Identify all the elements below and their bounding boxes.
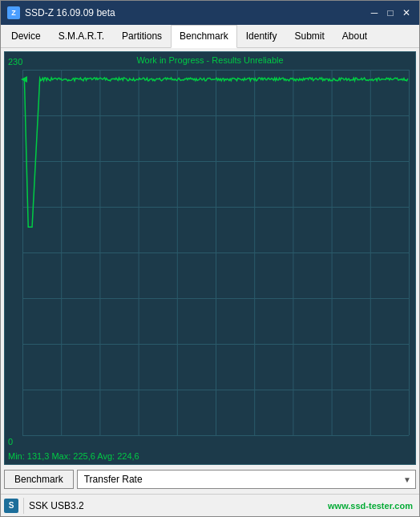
transfer-type-dropdown[interactable]: Transfer Rate Access Time IOPS [77, 470, 416, 489]
titlebar-left: Z SSD-Z 16.09.09 beta [7, 6, 115, 19]
status-url: www.ssd-tester.com [328, 501, 416, 511]
menu-identify[interactable]: Identify [237, 25, 286, 47]
titlebar-controls: ─ □ ✕ [368, 6, 413, 19]
menu-about[interactable]: About [333, 25, 376, 47]
main-window: Z SSD-Z 16.09.09 beta ─ □ ✕ Device S.M.A… [0, 0, 420, 517]
menu-smart[interactable]: S.M.A.R.T. [50, 25, 113, 47]
chart-stats: Min: 131,3 Max: 225,6 Avg: 224,6 [8, 451, 139, 461]
close-button[interactable]: ✕ [400, 6, 413, 19]
menu-partitions[interactable]: Partitions [113, 25, 171, 47]
app-icon: Z [7, 6, 20, 19]
status-icon-label: S [9, 501, 14, 510]
window-title: SSD-Z 16.09.09 beta [25, 7, 115, 18]
dropdown-container: Transfer Rate Access Time IOPS ▼ [77, 470, 416, 489]
chart-y-max: 230 [8, 57, 22, 67]
status-device-name: SSK USB3.2 [29, 500, 323, 511]
menu-submit[interactable]: Submit [285, 25, 333, 47]
status-icon: S [4, 499, 18, 513]
bottom-controls: Benchmark Transfer Rate Access Time IOPS… [4, 468, 416, 491]
status-separator [23, 498, 24, 514]
content-area: Work in Progress - Results Unreliable 23… [1, 48, 419, 494]
statusbar: S SSK USB3.2 www.ssd-tester.com [1, 494, 419, 516]
chart-y-min: 0 [8, 437, 13, 446]
titlebar: Z SSD-Z 16.09.09 beta ─ □ ✕ [1, 1, 419, 25]
minimize-button[interactable]: ─ [368, 6, 381, 19]
menu-device[interactable]: Device [2, 25, 50, 47]
benchmark-canvas [5, 52, 415, 464]
chart-container: Work in Progress - Results Unreliable 23… [4, 51, 416, 465]
maximize-button[interactable]: □ [384, 6, 397, 19]
chart-title: Work in Progress - Results Unreliable [136, 55, 283, 65]
app-icon-label: Z [11, 9, 16, 17]
menubar: Device S.M.A.R.T. Partitions Benchmark I… [1, 25, 419, 48]
menu-benchmark[interactable]: Benchmark [171, 25, 237, 48]
benchmark-button[interactable]: Benchmark [4, 470, 74, 489]
